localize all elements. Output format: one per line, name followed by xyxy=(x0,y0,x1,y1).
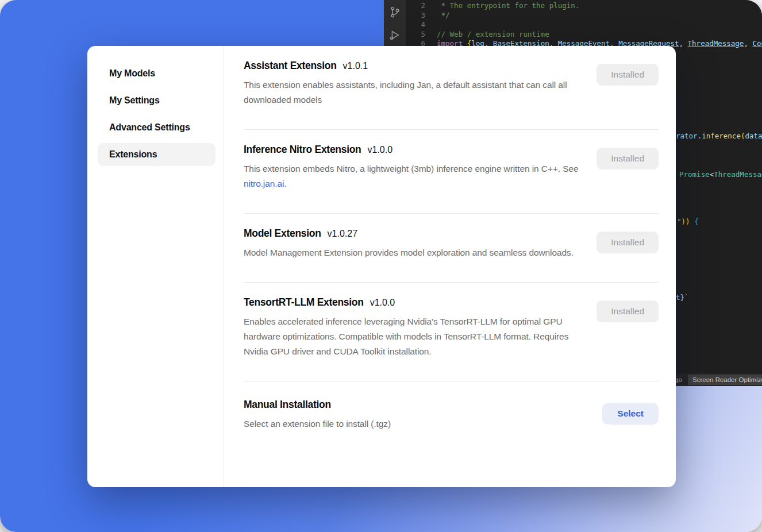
code-line: 2 * The entrypoint for the plugin. xyxy=(406,1,762,11)
extension-name: Manual Installation xyxy=(244,399,331,411)
code-fragment: t}` xyxy=(676,293,689,302)
extension-row: TensortRT-LLM Extensionv1.0.0Enables acc… xyxy=(244,283,659,381)
line-number: 2 xyxy=(406,1,425,11)
code-text: * The entrypoint for the plugin. xyxy=(437,1,579,11)
source-control-icon[interactable] xyxy=(388,6,401,18)
settings-modal: My ModelsMy SettingsAdvanced SettingsExt… xyxy=(87,46,676,487)
code-text: */ xyxy=(437,11,450,21)
description-text: Enables accelerated inference leveraging… xyxy=(244,317,568,356)
extension-info: Model Extensionv1.0.27Model Management E… xyxy=(244,228,582,260)
description-text: This extension enables assistants, inclu… xyxy=(244,80,567,105)
extension-title-line: Inference Nitro Extensionv1.0.0 xyxy=(244,144,582,156)
code-line: 4 xyxy=(406,20,762,30)
installed-button[interactable]: Installed xyxy=(596,148,659,169)
code-token: )) xyxy=(682,217,690,226)
extension-name: Model Extension xyxy=(244,228,321,240)
code-token: t} xyxy=(676,293,684,302)
screen-reader-optimized-chip[interactable]: Screen Reader Optimized xyxy=(688,375,762,385)
extension-name: Inference Nitro Extension xyxy=(244,144,361,156)
code-token: ContentType xyxy=(752,39,762,48)
code-token: * The entrypoint for the plugin. xyxy=(437,1,579,10)
line-number: 4 xyxy=(406,20,425,30)
code-token: ThreadMessage xyxy=(714,170,762,179)
sidebar-list: My ModelsMy SettingsAdvanced SettingsExt… xyxy=(98,62,215,166)
extension-info: Manual InstallationSelect an extension f… xyxy=(244,399,582,431)
code-token: { xyxy=(694,217,699,226)
extension-row: Model Extensionv1.0.27Model Management E… xyxy=(244,214,659,283)
installed-button[interactable]: Installed xyxy=(596,232,659,253)
extension-description: This extension enables assistants, inclu… xyxy=(244,78,582,107)
code-token: inference xyxy=(702,132,741,140)
extension-name: Assistant Extension xyxy=(244,60,337,72)
description-text: Model Management Extension provides mode… xyxy=(244,248,574,257)
code-fragment: rator.inference(data)); xyxy=(676,132,762,140)
extension-version: v1.0.27 xyxy=(328,229,357,239)
select-button[interactable]: Select xyxy=(602,403,659,425)
app-window: 2 * The entrypoint for the plugin.3 */45… xyxy=(0,0,762,532)
installed-button[interactable]: Installed xyxy=(596,64,659,86)
line-number: 3 xyxy=(406,11,425,21)
extension-description: This extension embeds Nitro, a lightweig… xyxy=(244,161,582,191)
code-text: // Web / extension runtime xyxy=(437,30,549,40)
installed-button[interactable]: Installed xyxy=(596,300,659,322)
extension-name: TensortRT-LLM Extension xyxy=(244,296,364,309)
line-number: 5 xyxy=(406,30,425,40)
code-token: ` xyxy=(684,293,689,302)
extension-title-line: Model Extensionv1.0.27 xyxy=(244,228,582,240)
code-line: 5// Web / extension runtime xyxy=(406,30,762,40)
code-token: // Web / extension runtime xyxy=(437,30,549,38)
settings-sidebar: My ModelsMy SettingsAdvanced SettingsExt… xyxy=(87,46,224,487)
code-token: data xyxy=(745,132,762,140)
code-token: ThreadMessage xyxy=(688,39,744,48)
code-fragment: ")) { xyxy=(677,217,699,226)
sidebar-item-extensions[interactable]: Extensions xyxy=(98,143,215,166)
extension-title-line: Manual Installation xyxy=(244,399,582,411)
code-token: Promise xyxy=(679,170,710,179)
extension-description: Model Management Extension provides mode… xyxy=(244,245,582,260)
code-line: 3 */ xyxy=(406,11,762,21)
extension-info: Assistant Extensionv1.0.1This extension … xyxy=(244,60,582,107)
extension-title-line: Assistant Extensionv1.0.1 xyxy=(244,60,582,72)
extension-row: Manual InstallationSelect an extension f… xyxy=(244,381,659,453)
sidebar-item-my-settings[interactable]: My Settings xyxy=(98,89,215,112)
code-fragment: Promise<ThreadMessage> xyxy=(679,170,762,179)
code-token xyxy=(690,217,695,226)
sidebar-item-my-models[interactable]: My Models xyxy=(98,62,215,85)
code-token: rator xyxy=(676,132,698,140)
extension-info: TensortRT-LLM Extensionv1.0.0Enables acc… xyxy=(244,296,582,359)
extension-version: v1.0.1 xyxy=(343,61,368,71)
code-token: */ xyxy=(437,11,450,20)
description-text: Select an extension file to install (.tg… xyxy=(244,419,391,429)
extension-link[interactable]: nitro.jan.ai. xyxy=(244,179,287,188)
code-token: , xyxy=(679,39,688,48)
description-text: This extension embeds Nitro, a lightweig… xyxy=(244,164,579,174)
extension-version: v1.0.0 xyxy=(368,145,393,155)
extension-row: Inference Nitro Extensionv1.0.0This exte… xyxy=(244,130,659,214)
code-token: " xyxy=(677,217,682,226)
sidebar-item-advanced-settings[interactable]: Advanced Settings xyxy=(98,116,215,139)
code-token: , xyxy=(744,39,752,48)
extension-version: v1.0.0 xyxy=(370,298,395,308)
extension-title-line: TensortRT-LLM Extensionv1.0.0 xyxy=(244,296,582,309)
extension-description: Enables accelerated inference leveraging… xyxy=(244,314,582,359)
extension-description: Select an extension file to install (.tg… xyxy=(244,417,582,431)
run-debug-icon[interactable] xyxy=(388,29,401,41)
extension-row: Assistant Extensionv1.0.1This extension … xyxy=(244,46,659,130)
code-lines: 2 * The entrypoint for the plugin.3 */45… xyxy=(406,1,762,49)
extensions-list: Assistant Extensionv1.0.1This extension … xyxy=(224,46,676,487)
extension-info: Inference Nitro Extensionv1.0.0This exte… xyxy=(244,144,582,191)
